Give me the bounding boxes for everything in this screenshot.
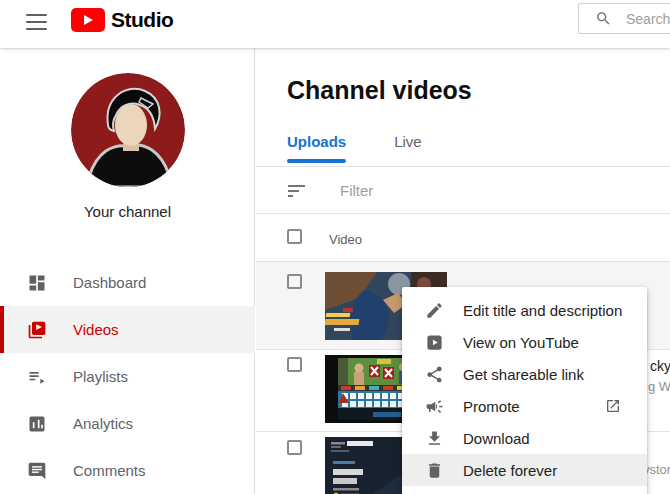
topbar: Studio bbox=[0, 0, 670, 48]
sidebar-item-label: Playlists bbox=[73, 368, 128, 385]
menu-item-label: View on YouTube bbox=[463, 334, 579, 351]
select-all-checkbox[interactable] bbox=[287, 229, 302, 244]
youtube-studio-app: Studio Your channel Dashboard bbox=[0, 0, 670, 494]
tab-bar: Uploads Live bbox=[287, 133, 470, 163]
sidebar-item-videos[interactable]: Videos bbox=[0, 306, 255, 353]
search-input[interactable] bbox=[626, 11, 670, 27]
video-title-fragment: cky bbox=[650, 358, 670, 374]
search-icon bbox=[595, 10, 612, 27]
menu-item-download[interactable]: Download bbox=[402, 422, 647, 454]
row-checkbox[interactable] bbox=[287, 440, 302, 455]
youtube-studio-logo[interactable]: Studio bbox=[71, 8, 173, 32]
playlists-icon bbox=[27, 367, 47, 387]
sidebar-item-label: Videos bbox=[73, 321, 119, 338]
share-icon bbox=[425, 365, 444, 384]
sidebar-item-comments[interactable]: Comments bbox=[0, 447, 255, 494]
filter-icon[interactable] bbox=[288, 185, 305, 197]
menu-item-edit-title[interactable]: Edit title and description bbox=[402, 294, 647, 326]
menu-item-label: Promote bbox=[463, 398, 520, 415]
dashboard-icon bbox=[27, 273, 47, 293]
tab-uploads[interactable]: Uploads bbox=[287, 133, 346, 163]
filter-input[interactable] bbox=[340, 182, 620, 199]
sidebar-item-label: Dashboard bbox=[73, 274, 146, 291]
channel-avatar[interactable] bbox=[71, 73, 185, 187]
row-checkbox[interactable] bbox=[287, 274, 302, 289]
tab-live[interactable]: Live bbox=[394, 133, 422, 163]
menu-item-get-shareable-link[interactable]: Get shareable link bbox=[402, 358, 647, 390]
sidebar-item-playlists[interactable]: Playlists bbox=[0, 353, 255, 400]
trash-icon bbox=[425, 461, 444, 480]
menu-item-promote[interactable]: Promote bbox=[402, 390, 647, 422]
channel-label: Your channel bbox=[0, 203, 255, 220]
menu-item-label: Edit title and description bbox=[463, 302, 622, 319]
sidebar-nav: Dashboard Videos Playlists Analytics bbox=[0, 259, 255, 494]
menu-item-label: Delete forever bbox=[463, 462, 557, 479]
sidebar-item-label: Comments bbox=[73, 462, 146, 479]
video-description-fragment: ystor bbox=[643, 462, 670, 477]
sidebar-item-dashboard[interactable]: Dashboard bbox=[0, 259, 255, 306]
hamburger-menu-icon[interactable] bbox=[26, 14, 47, 30]
sidebar-item-label: Analytics bbox=[73, 415, 133, 432]
video-column-header: Video bbox=[329, 232, 362, 247]
comments-icon bbox=[27, 461, 47, 481]
row-checkbox[interactable] bbox=[287, 357, 302, 372]
menu-item-label: Get shareable link bbox=[463, 366, 584, 383]
open-in-new-icon bbox=[605, 398, 621, 414]
divider bbox=[256, 166, 670, 167]
video-options-context-menu: Edit title and description View on YouTu… bbox=[402, 287, 647, 494]
video-description-fragment: g Wh bbox=[648, 379, 670, 394]
table-header: Video bbox=[256, 214, 670, 262]
filter-bar bbox=[256, 168, 670, 213]
page-title: Channel videos bbox=[287, 76, 472, 105]
megaphone-icon bbox=[425, 397, 444, 416]
menu-item-delete-forever[interactable]: Delete forever bbox=[402, 454, 647, 486]
brand-text: Studio bbox=[111, 8, 173, 32]
pencil-icon bbox=[425, 301, 444, 320]
videos-icon bbox=[27, 320, 47, 340]
analytics-icon bbox=[27, 414, 47, 434]
search-box[interactable] bbox=[578, 3, 670, 34]
youtube-icon bbox=[425, 333, 444, 352]
sidebar-item-analytics[interactable]: Analytics bbox=[0, 400, 255, 447]
sidebar: Your channel Dashboard Videos Playlists bbox=[0, 48, 255, 494]
download-icon bbox=[425, 429, 444, 448]
youtube-play-icon bbox=[71, 8, 105, 32]
menu-item-view-on-youtube[interactable]: View on YouTube bbox=[402, 326, 647, 358]
menu-item-label: Download bbox=[463, 430, 530, 447]
